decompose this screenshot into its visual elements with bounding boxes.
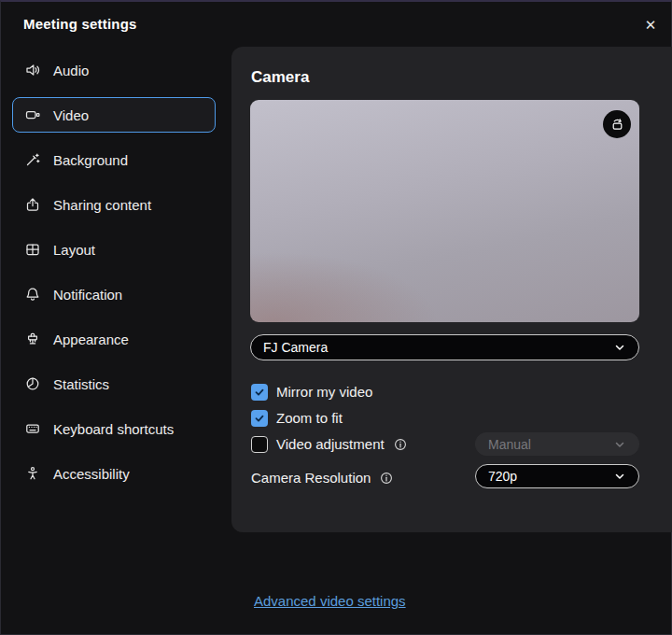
accessibility-icon <box>24 465 41 482</box>
sidebar-item-accessibility[interactable]: Accessibility <box>12 456 216 491</box>
flip-camera-icon <box>609 117 625 133</box>
video-adjustment-label: Video adjustment <box>276 436 385 452</box>
camera-resolution-value: 720p <box>488 469 517 484</box>
video-adjustment-checkbox[interactable] <box>251 436 268 453</box>
camera-resolution-row: Camera Resolution <box>251 469 393 487</box>
sidebar-item-background[interactable]: Background <box>12 142 216 177</box>
keyboard-icon <box>24 420 41 437</box>
sidebar-item-label: Video <box>53 107 89 123</box>
sidebar-item-appearance[interactable]: Appearance <box>12 321 216 357</box>
sidebar-item-label: Background <box>53 152 128 168</box>
video-adjustment-mode-value: Manual <box>488 437 531 452</box>
sidebar-item-label: Audio <box>53 63 89 78</box>
camera-resolution-info-icon[interactable] <box>380 472 393 485</box>
video-camera-icon <box>24 106 41 123</box>
sidebar-item-label: Appearance <box>53 332 129 347</box>
camera-resolution-label: Camera Resolution <box>251 470 371 486</box>
close-icon: ✕ <box>645 18 657 32</box>
bell-icon <box>24 286 41 303</box>
chevron-down-icon <box>613 341 626 354</box>
speaker-icon <box>24 62 41 78</box>
sidebar-item-label: Sharing content <box>53 197 151 213</box>
dialog-title: Meeting settings <box>23 16 137 32</box>
mirror-video-label: Mirror my video <box>276 384 372 400</box>
meeting-settings-dialog: Meeting settings ✕ Audio Video <box>0 0 672 635</box>
sidebar-item-label: Accessibility <box>53 466 130 482</box>
camera-device-value: FJ Camera <box>263 340 328 355</box>
zoom-to-fit-checkbox[interactable] <box>251 410 268 427</box>
mirror-video-row: Mirror my video <box>251 383 372 401</box>
sidebar-item-layout[interactable]: Layout <box>12 232 216 267</box>
video-settings-panel: Camera FJ Camera Mirror my vi <box>231 47 672 532</box>
camera-device-select[interactable]: FJ Camera <box>250 334 639 360</box>
zoom-to-fit-label: Zoom to fit <box>276 410 343 426</box>
magic-wand-icon <box>24 151 41 168</box>
video-adjustment-info-icon[interactable] <box>394 438 407 451</box>
video-adjustment-mode-select: Manual <box>475 432 639 456</box>
camera-resolution-select[interactable]: 720p <box>475 464 639 488</box>
settings-sidebar: Audio Video Background Sharing cont <box>12 52 216 501</box>
check-icon <box>254 413 265 424</box>
sidebar-item-label: Statistics <box>53 376 109 392</box>
layout-grid-icon <box>24 241 41 258</box>
sidebar-item-keyboard-shortcuts[interactable]: Keyboard shortcuts <box>12 411 216 446</box>
sidebar-item-sharing-content[interactable]: Sharing content <box>12 187 216 222</box>
video-adjustment-row: Video adjustment <box>251 435 407 453</box>
sidebar-item-notification[interactable]: Notification <box>12 276 216 312</box>
sidebar-item-label: Keyboard shortcuts <box>53 421 174 437</box>
pie-chart-icon <box>24 375 41 392</box>
sidebar-item-audio[interactable]: Audio <box>12 52 216 88</box>
panel-heading: Camera <box>251 68 309 87</box>
mirror-video-checkbox[interactable] <box>251 384 268 401</box>
sidebar-item-video[interactable]: Video <box>12 97 216 133</box>
share-icon <box>24 196 41 213</box>
chevron-down-icon <box>613 438 626 451</box>
sidebar-item-label: Notification <box>53 287 122 303</box>
close-button[interactable]: ✕ <box>639 13 662 35</box>
zoom-to-fit-row: Zoom to fit <box>251 409 343 427</box>
paintbrush-icon <box>24 331 41 347</box>
check-icon <box>254 387 265 398</box>
sidebar-item-label: Layout <box>53 242 95 258</box>
chevron-down-icon <box>613 470 626 483</box>
camera-preview <box>250 100 639 322</box>
flip-camera-button[interactable] <box>603 110 631 138</box>
sidebar-item-statistics[interactable]: Statistics <box>12 366 216 402</box>
advanced-video-settings-link[interactable]: Advanced video settings <box>254 593 406 609</box>
